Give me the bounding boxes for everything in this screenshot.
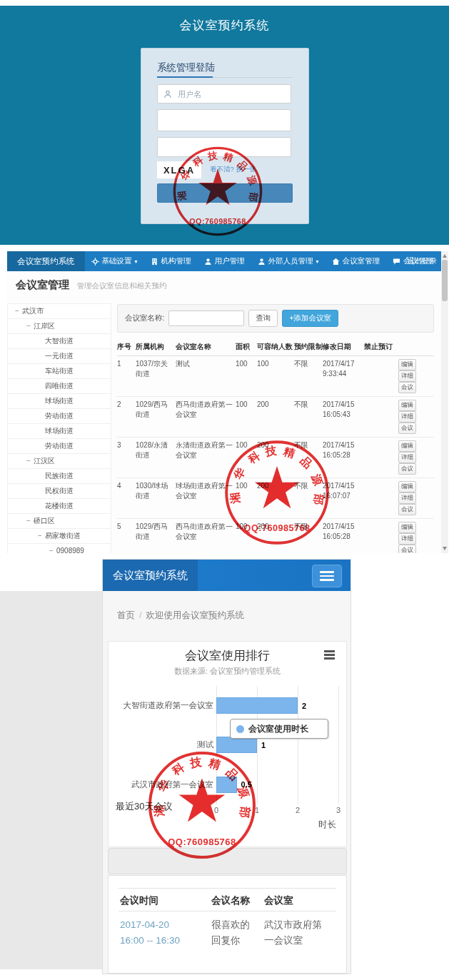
tree-node-label: 江汉区: [34, 457, 55, 465]
meeting-button[interactable]: 会议: [398, 423, 416, 434]
collapse-icon[interactable]: −: [26, 514, 34, 528]
tree-node[interactable]: 大智街道: [7, 333, 111, 349]
query-button[interactable]: 查询: [248, 310, 278, 327]
column-header: 可容纳人数: [257, 342, 294, 352]
meeting-button[interactable]: 会议: [398, 545, 416, 553]
password-input[interactable]: [163, 116, 285, 126]
tree-node-label: 一元街道: [45, 352, 74, 360]
collapse-icon[interactable]: −: [26, 454, 34, 468]
tree-node-label: 江岸区: [34, 322, 55, 330]
login-button[interactable]: [157, 183, 293, 203]
login-section: 会议室预约系统 系统管理登陆 XLGA 看不清? 换一张: [0, 6, 449, 245]
edit-button[interactable]: 编辑: [398, 400, 416, 411]
table-row: 1 1037/宗关街道 测试 100 100 不限 2017/4/179:33:…: [117, 356, 434, 397]
detail-button[interactable]: 详细: [398, 411, 416, 423]
cell-room-name: 球场街道政府第一会议室: [176, 481, 236, 500]
mobile-section: 会议室预约系统 首页/欢迎使用会议室预约系统 会议室使用排行 数据来源: 会议室…: [0, 559, 449, 980]
collapse-icon[interactable]: −: [38, 529, 45, 543]
hamburger-menu-button[interactable]: [312, 565, 342, 587]
meeting-name: 很喜欢的回复你: [211, 913, 264, 949]
edit-button[interactable]: 编辑: [398, 440, 416, 452]
collapse-icon[interactable]: −: [26, 319, 34, 333]
tree-node[interactable]: −硚口区: [7, 513, 111, 529]
tree-node[interactable]: 花楼街道: [7, 498, 111, 514]
screenshot-canvas: 会议室预约系统 系统管理登陆 XLGA 看不清? 换一张 会议室预约系统: [0, 0, 449, 980]
tree-node[interactable]: 民权街道: [7, 483, 111, 499]
mobile-brand[interactable]: 会议室预约系统: [103, 560, 198, 591]
cell-org: 1029/西马街道: [136, 400, 176, 419]
nav-item-user-management[interactable]: 用户管理: [198, 251, 251, 271]
tree-node[interactable]: 球场街道: [7, 393, 111, 409]
row-actions: 编辑 详细 会议: [398, 359, 434, 393]
meeting-button[interactable]: 会议: [398, 463, 416, 475]
cell-area: 100: [236, 481, 257, 491]
tree-node[interactable]: 民族街道: [7, 468, 111, 484]
meeting-row: 2017-04-2016:00 -- 16:30 很喜欢的回复你 武汉市政府第一…: [109, 913, 358, 949]
tree-node[interactable]: 球场街道: [7, 423, 111, 439]
scrollbar-thumb[interactable]: [442, 260, 448, 301]
scrollbar[interactable]: [441, 251, 448, 553]
captcha-image[interactable]: XLGA: [157, 161, 201, 178]
nav-item-external-personnel[interactable]: 外部人员管理 ▾: [251, 251, 326, 271]
captcha-input[interactable]: [163, 142, 285, 152]
x-axis-label: 时长: [318, 819, 336, 831]
collapse-icon[interactable]: −: [15, 304, 22, 318]
room-name-input[interactable]: [168, 310, 244, 326]
login-title-underline: [157, 77, 293, 78]
x-tick-label: 1: [251, 806, 263, 814]
tree-node[interactable]: −江汉区: [7, 453, 111, 469]
detail-button[interactable]: 详细: [398, 533, 416, 545]
tree-node[interactable]: 一元街道: [7, 348, 111, 364]
detail-button[interactable]: 详细: [398, 452, 416, 463]
nav-item-label: 外部人员管理: [268, 256, 313, 266]
tree-node[interactable]: 劳动街道: [7, 408, 111, 424]
detail-button[interactable]: 详细: [398, 492, 416, 504]
collapse-icon[interactable]: −: [49, 544, 56, 553]
tree-node[interactable]: 劳动街道: [7, 438, 111, 454]
nav-item-basic-settings[interactable]: 基础设置 ▾: [85, 251, 144, 271]
edit-button[interactable]: 编辑: [398, 522, 416, 533]
meeting-button[interactable]: 会议: [398, 504, 416, 515]
tree-node[interactable]: −江岸区: [7, 318, 111, 334]
cell-date: 2017/4/1516:05:43: [323, 400, 364, 419]
breadcrumb-separator: /: [139, 610, 141, 620]
admin-brand[interactable]: 会议室预约系统: [7, 251, 85, 271]
meeting-room: 武汉市政府第一会议室: [264, 913, 358, 949]
bar-value-label: 1: [261, 741, 266, 749]
tree-node[interactable]: 车站街道: [7, 363, 111, 379]
chart-category-labels: 大智街道政府第一会议室测试武汉市政府第一会议室: [110, 686, 213, 804]
bar[interactable]: [216, 697, 298, 714]
chart-menu-icon[interactable]: [324, 650, 335, 660]
cell-limit: 不限: [294, 400, 323, 410]
mobile-header: 会议室预约系统: [103, 560, 350, 591]
collapsed-panel-strip[interactable]: [108, 848, 347, 874]
detail-button[interactable]: 详细: [398, 370, 416, 382]
column-header: 所属机构: [136, 342, 176, 352]
org-tree: −武汉市 −江岸区 大智街道 一元街道 车站街道: [7, 304, 111, 553]
edit-button[interactable]: 编辑: [398, 359, 416, 370]
bar[interactable]: [216, 777, 237, 793]
tree-node[interactable]: 四唯街道: [7, 378, 111, 394]
tree-node-label: 民权街道: [45, 487, 74, 495]
tree-node[interactable]: −0908989: [7, 543, 111, 553]
captcha-refresh-link[interactable]: 看不清? 换一张: [210, 165, 256, 174]
tree-node[interactable]: −易家墩街道: [7, 528, 111, 544]
username-input[interactable]: [176, 89, 285, 99]
tree-node-label: 易家墩街道: [45, 532, 81, 540]
tree-node-label: 车站街道: [45, 367, 74, 375]
scroll-up-icon[interactable]: [443, 254, 447, 258]
scroll-down-icon[interactable]: [443, 547, 447, 550]
tree-node[interactable]: −武汉市: [7, 303, 111, 319]
nav-item-meeting-room-management[interactable]: 会议室管理: [326, 251, 387, 271]
home-icon: [332, 258, 340, 266]
cell-capacity: 100: [257, 359, 294, 369]
meeting-button[interactable]: 会议: [398, 382, 416, 393]
bar[interactable]: [216, 737, 257, 753]
breadcrumb-home[interactable]: 首页: [117, 610, 135, 620]
add-room-button[interactable]: +添加会议室: [282, 310, 338, 327]
x-tick-label: 2: [292, 806, 303, 814]
edit-button[interactable]: 编辑: [398, 481, 416, 492]
nav-item-org-management[interactable]: 机构管理: [144, 251, 198, 271]
meeting-time[interactable]: 2017-04-2016:00 -- 16:30: [120, 913, 211, 949]
logout-link[interactable]: 退出登录: [407, 251, 437, 271]
